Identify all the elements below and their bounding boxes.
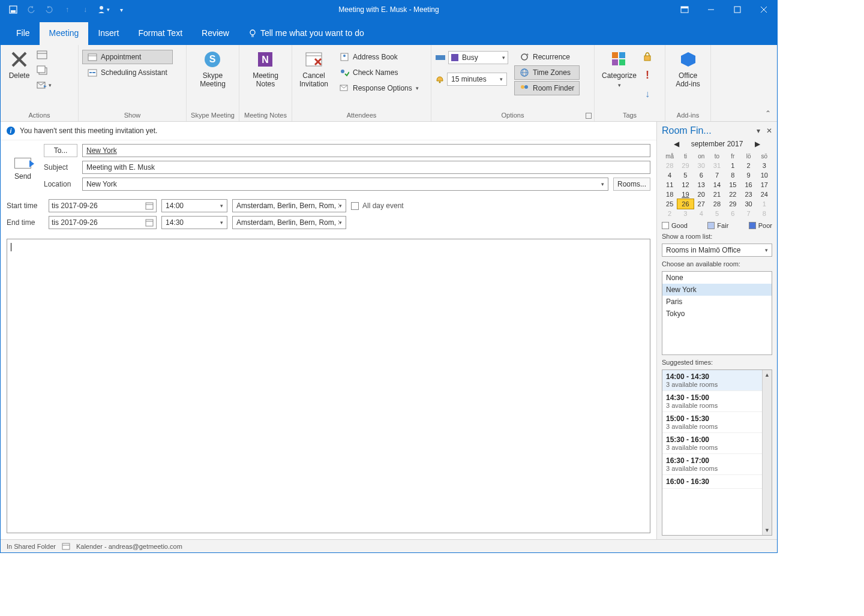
scroll-down-icon[interactable]: ▼ — [763, 525, 772, 535]
check-names-button[interactable]: Check Names — [334, 65, 424, 80]
suggested-time-item[interactable]: 15:00 - 15:303 available rooms — [662, 412, 772, 433]
mini-calendar[interactable]: måtiontofrlösö 2829303112345678910111213… — [662, 152, 772, 218]
calendar-day[interactable]: 13 — [694, 180, 709, 190]
end-time-field[interactable]: 14:30▾ — [161, 216, 227, 229]
message-body[interactable] — [7, 239, 650, 533]
tab-insert[interactable]: Insert — [88, 22, 128, 45]
address-book-button[interactable]: Address Book — [334, 50, 424, 64]
private-icon[interactable] — [643, 51, 652, 62]
tab-review[interactable]: Review — [192, 22, 239, 45]
suggested-time-item[interactable]: 15:30 - 16:003 available rooms — [662, 433, 772, 454]
qat-customize-icon[interactable]: ▾ — [113, 2, 129, 17]
calendar-day[interactable]: 30 — [694, 161, 709, 170]
room-list-select[interactable]: Rooms in Malmö Office▾ — [662, 244, 772, 257]
pane-menu-icon[interactable]: ▾ — [757, 127, 760, 135]
calendar-day[interactable]: 29 — [677, 161, 693, 170]
calendar-day[interactable]: 16 — [740, 180, 756, 190]
calendar-day[interactable]: 6 — [694, 170, 709, 180]
cancel-invitation-button[interactable]: Cancel Invitation — [296, 47, 332, 91]
calendar-picker-icon[interactable] — [145, 202, 154, 210]
start-tz-field[interactable]: Amsterdam, Berlin, Bern, Rom, St▾ — [232, 199, 346, 212]
next-month-icon[interactable]: ▶ — [755, 140, 760, 148]
room-finder-button[interactable]: Room Finder — [514, 81, 580, 95]
time-zones-button[interactable]: Time Zones — [514, 65, 580, 80]
options-dialog-launcher[interactable] — [586, 113, 592, 119]
scrollbar[interactable]: ▲ ▼ — [762, 370, 772, 535]
forward-icon[interactable]: ▾ — [37, 81, 52, 89]
calendar-day[interactable]: 8 — [757, 209, 772, 218]
rooms-button[interactable]: Rooms... — [613, 178, 650, 191]
calendar-day[interactable]: 12 — [677, 180, 693, 190]
calendar-day[interactable]: 28 — [709, 199, 725, 209]
subject-field[interactable]: Meeting with E. Musk — [82, 161, 650, 174]
suggested-time-item[interactable]: 14:30 - 15:003 available rooms — [662, 391, 772, 412]
calendar-day[interactable]: 18 — [662, 190, 677, 199]
calendar-day[interactable]: 31 — [709, 161, 725, 170]
calendar-day[interactable]: 8 — [725, 170, 740, 180]
to-field[interactable]: New York — [82, 144, 650, 157]
prev-month-icon[interactable]: ◀ — [674, 140, 679, 148]
calendar-day[interactable]: 1 — [725, 161, 740, 170]
calendar-day[interactable]: 7 — [709, 170, 725, 180]
delete-button[interactable]: Delete — [4, 47, 34, 82]
office-addins-button[interactable]: Office Add-ins — [672, 47, 704, 91]
room-option[interactable]: Tokyo — [662, 308, 772, 320]
minimize-icon[interactable] — [698, 1, 724, 19]
prev-icon[interactable]: ↑ — [59, 2, 75, 17]
show-as-select[interactable]: Busy ▾ — [448, 51, 508, 64]
calendar-day[interactable]: 26 — [677, 199, 693, 209]
location-field[interactable]: New York▾ — [82, 178, 608, 191]
save-icon[interactable] — [5, 2, 21, 17]
to-button[interactable]: To... — [44, 144, 77, 157]
ribbon-display-icon[interactable] — [671, 1, 698, 19]
calendar-day[interactable]: 5 — [709, 209, 725, 218]
room-option[interactable]: Paris — [662, 296, 772, 308]
pane-close-icon[interactable]: ✕ — [766, 127, 772, 135]
calendar-picker-icon[interactable] — [145, 219, 154, 227]
copy-calendar-icon[interactable] — [37, 65, 52, 75]
calendar-day[interactable]: 20 — [694, 190, 709, 199]
person-icon[interactable]: ▾ — [95, 2, 111, 17]
calendar-day[interactable]: 14 — [709, 180, 725, 190]
close-icon[interactable] — [751, 1, 777, 19]
calendar-day[interactable]: 25 — [662, 199, 677, 209]
available-rooms-list[interactable]: NoneNew YorkParisTokyo — [662, 271, 772, 355]
tell-me[interactable]: Tell me what you want to do — [239, 22, 374, 45]
calendar-day[interactable]: 1 — [757, 199, 772, 209]
calendar-day[interactable]: 30 — [740, 199, 756, 209]
calendar-icon[interactable] — [37, 50, 52, 59]
collapse-ribbon-icon[interactable]: ⌃ — [765, 109, 771, 118]
room-option[interactable]: New York — [662, 284, 772, 296]
appointment-button[interactable]: Appointment — [82, 50, 173, 64]
calendar-day[interactable]: 4 — [662, 170, 677, 180]
calendar-day[interactable]: 10 — [757, 170, 772, 180]
categorize-button[interactable]: Categorize ▾ — [598, 47, 640, 91]
tab-format-text[interactable]: Format Text — [128, 22, 192, 45]
reminder-select[interactable]: 15 minutes ▾ — [447, 73, 507, 86]
low-importance-icon[interactable]: ↓ — [645, 89, 650, 100]
tab-file[interactable]: File — [7, 22, 40, 45]
scroll-up-icon[interactable]: ▲ — [763, 370, 772, 380]
calendar-day[interactable]: 3 — [757, 161, 772, 170]
suggested-time-item[interactable]: 14:00 - 14:303 available rooms — [662, 370, 772, 391]
skype-meeting-button[interactable]: S Skype Meeting — [196, 47, 229, 91]
end-date-field[interactable]: tis 2017-09-26 — [49, 216, 157, 229]
maximize-icon[interactable] — [724, 1, 751, 19]
suggested-times-list[interactable]: 14:00 - 14:303 available rooms14:30 - 15… — [662, 369, 772, 536]
suggested-time-item[interactable]: 16:00 - 16:30 — [662, 475, 772, 489]
end-tz-field[interactable]: Amsterdam, Berlin, Bern, Rom, St▾ — [232, 216, 346, 229]
calendar-day[interactable]: 4 — [694, 209, 709, 218]
calendar-day[interactable]: 6 — [725, 209, 740, 218]
calendar-day[interactable]: 2 — [740, 161, 756, 170]
calendar-day[interactable]: 15 — [725, 180, 740, 190]
scheduling-assistant-button[interactable]: Scheduling Assistant — [82, 65, 173, 80]
calendar-day[interactable]: 7 — [740, 209, 756, 218]
recurrence-button[interactable]: Recurrence — [514, 50, 580, 64]
start-time-field[interactable]: 14:00▾ — [161, 199, 227, 212]
calendar-day[interactable]: 5 — [677, 170, 693, 180]
calendar-day[interactable]: 17 — [757, 180, 772, 190]
calendar-day[interactable]: 21 — [709, 190, 725, 199]
tab-meeting[interactable]: Meeting — [40, 22, 89, 45]
calendar-day[interactable]: 9 — [740, 170, 756, 180]
next-icon[interactable]: ↓ — [77, 2, 93, 17]
